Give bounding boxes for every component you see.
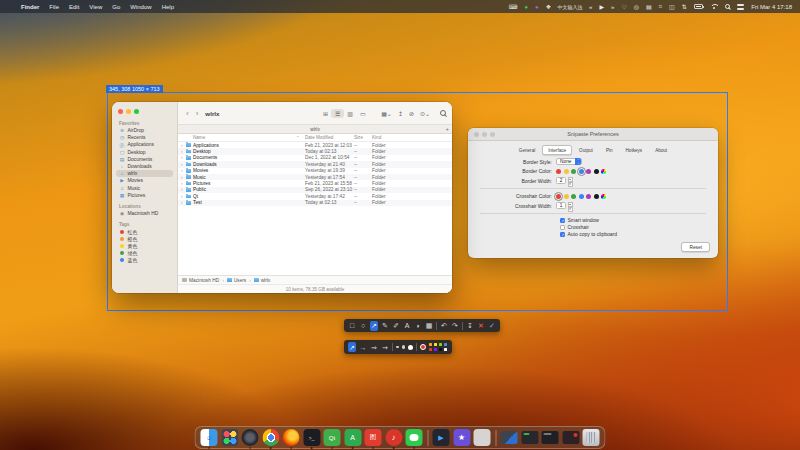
column-name[interactable]: Name [193, 135, 205, 140]
zoom-button[interactable] [490, 132, 495, 137]
sidebar-item-黄色[interactable]: 黄色 [116, 242, 173, 249]
crosshair-color-swatch[interactable] [579, 194, 584, 199]
stroke-size-1[interactable] [396, 346, 399, 349]
search-icon[interactable] [440, 110, 446, 116]
crosshair-color-wheel-icon[interactable] [601, 194, 606, 199]
search-icon[interactable] [721, 4, 733, 9]
disclosure-chevron-icon[interactable]: › [181, 168, 183, 173]
dock-blank-app[interactable] [474, 429, 491, 446]
palette-color-swatch[interactable] [429, 348, 432, 351]
dock-wechat[interactable] [406, 429, 423, 446]
dock-chrome[interactable] [262, 429, 279, 446]
palette-color-swatch[interactable] [429, 343, 432, 346]
path-segment[interactable]: Macintosh HD [189, 278, 219, 283]
minimize-button[interactable] [126, 109, 131, 114]
dock-dark-round-app[interactable] [242, 429, 259, 446]
paw-icon[interactable]: ❖ [542, 3, 554, 10]
share-icon[interactable]: ↥ [395, 110, 406, 117]
tab-hotkeys[interactable]: Hotkeys [620, 145, 649, 155]
border-color-swatch[interactable] [594, 169, 599, 174]
column-view-icon[interactable]: ▥ [344, 109, 357, 118]
close-button[interactable] [474, 132, 479, 137]
arrow-style-1[interactable]: ↗ [348, 342, 356, 352]
back-button[interactable]: ‹ [184, 109, 191, 118]
path-segment[interactable]: Users [234, 278, 247, 283]
file-row[interactable]: ›TestToday at 02:13--Folder [178, 200, 452, 206]
sidebar-item-橙色[interactable]: 橙色 [116, 235, 173, 242]
battery-icon[interactable] [690, 4, 706, 9]
dock-minimized-window-4[interactable] [562, 431, 579, 444]
tab-general[interactable]: General [513, 145, 541, 155]
sidebar-item-recents[interactable]: ◷Recents [116, 134, 173, 141]
tab-pin[interactable]: Pin [600, 145, 619, 155]
stroke-size-2[interactable] [402, 345, 406, 349]
dock-video-player[interactable]: ▶ [433, 429, 450, 446]
forward-button[interactable]: › [194, 109, 201, 118]
arrow-style-4[interactable]: ⇝ [381, 342, 389, 352]
stroke-size-3[interactable] [408, 345, 413, 350]
palette-color-swatch[interactable] [439, 348, 442, 351]
purple-status-icon[interactable]: ● [532, 4, 543, 10]
disclosure-chevron-icon[interactable]: › [181, 194, 183, 199]
list-view-icon[interactable]: ☰ [331, 109, 343, 118]
group-by-icon[interactable]: ▦⌄ [378, 110, 395, 117]
marker-tool[interactable]: ✐ [392, 321, 400, 331]
keyboard-icon[interactable]: ⌨ [505, 3, 521, 10]
checkbox-auto-copy-to-clipboard[interactable] [560, 232, 565, 237]
dock-minimized-window-1[interactable] [501, 431, 518, 444]
green-status-icon[interactable]: ● [521, 4, 532, 10]
disclosure-chevron-icon[interactable]: › [181, 155, 183, 160]
dock-minimized-window-3[interactable] [542, 431, 559, 444]
dock-qt-creator[interactable]: Qt [324, 429, 341, 446]
checkbox-smart-window[interactable] [560, 218, 565, 223]
disclosure-chevron-icon[interactable]: › [181, 162, 183, 167]
reset-button[interactable]: Reset [681, 242, 710, 252]
sidebar-item-applications[interactable]: ⒶApplications [116, 141, 173, 148]
arrow-style-3[interactable]: ⇒ [370, 342, 378, 352]
heart-icon[interactable]: ♡ [618, 3, 630, 10]
sidebar-item-desktop[interactable]: ▢Desktop [116, 149, 173, 156]
border-width-stepper[interactable]: ▲▼ [568, 177, 573, 184]
crosshair-color-swatch[interactable] [594, 194, 599, 199]
new-tab-button[interactable]: + [445, 125, 449, 133]
dock-trash[interactable] [583, 429, 600, 446]
menu-item-go[interactable]: Go [107, 4, 125, 10]
menu-bar-clock[interactable]: Fri Mar 4 17:18 [747, 4, 794, 10]
path-segment[interactable]: wlrlx [261, 278, 271, 283]
dock-terminal[interactable]: >_ [303, 429, 320, 446]
crosshair-color-swatch[interactable] [571, 194, 576, 199]
dock-purple-star-app[interactable]: ★ [453, 429, 470, 446]
sidebar-item-documents[interactable]: ▤Documents [116, 156, 173, 163]
window-icon[interactable]: ▤ [643, 3, 656, 10]
sidebar-item-airdrop[interactable]: ⊚AirDrop [116, 127, 173, 134]
border-color-swatch[interactable] [556, 169, 561, 174]
crosshair-color-swatch[interactable] [556, 194, 561, 199]
tab-about[interactable]: About [649, 145, 673, 155]
sidebar-item-wlrlx[interactable]: ⌂wlrlx [116, 170, 173, 177]
dock-firefox[interactable] [283, 429, 300, 446]
dock-minimized-window-2[interactable] [521, 431, 538, 444]
action-menu-icon[interactable]: ⊙⌄ [417, 110, 433, 117]
dock-launchpad[interactable] [221, 429, 238, 446]
checkbox-crosshair[interactable] [560, 225, 565, 230]
tab-interface[interactable]: Interface [542, 145, 572, 155]
column-kind[interactable]: Kind [372, 135, 381, 140]
column-date-modified[interactable]: Date Modified [305, 135, 333, 140]
grid-icon[interactable]: ⌗ [655, 3, 665, 10]
callout-tool[interactable]: ◗ [414, 321, 422, 331]
play-icon[interactable]: ▶ [596, 3, 608, 10]
close-button[interactable] [118, 109, 123, 114]
icon-view-icon[interactable]: ⊞ [319, 109, 331, 118]
border-color-swatch[interactable] [586, 169, 591, 174]
menu-item-help[interactable]: Help [157, 4, 179, 10]
border-color-swatch[interactable] [564, 169, 569, 174]
menu-item-view[interactable]: View [84, 4, 107, 10]
sidebar-item-downloads[interactable]: ↓Downloads [116, 163, 173, 170]
tab-output[interactable]: Output [573, 145, 599, 155]
disclosure-chevron-icon[interactable]: › [181, 187, 183, 192]
palette-color-swatch[interactable] [434, 348, 437, 351]
sidebar-item-蓝色[interactable]: 蓝色 [116, 257, 173, 264]
record-icon[interactable]: ◎ [630, 3, 642, 10]
current-color-swatch[interactable] [420, 344, 426, 350]
border-color-wheel-icon[interactable] [601, 169, 606, 174]
